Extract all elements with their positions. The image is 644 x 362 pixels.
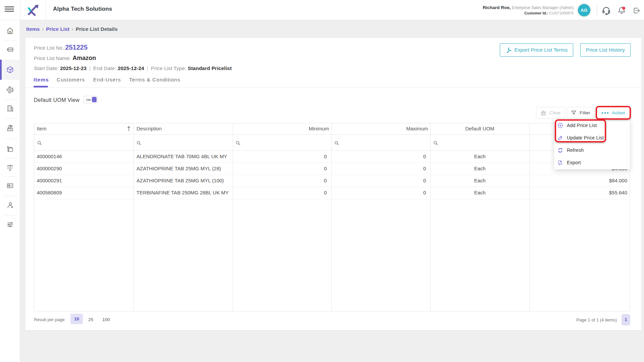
svg-text:C: C <box>11 167 13 170</box>
svg-text:CRM: CRM <box>8 49 13 51</box>
svg-text:D: D <box>7 167 9 170</box>
svg-text:XLS: XLS <box>559 163 562 165</box>
svg-text:$: $ <box>9 88 11 92</box>
